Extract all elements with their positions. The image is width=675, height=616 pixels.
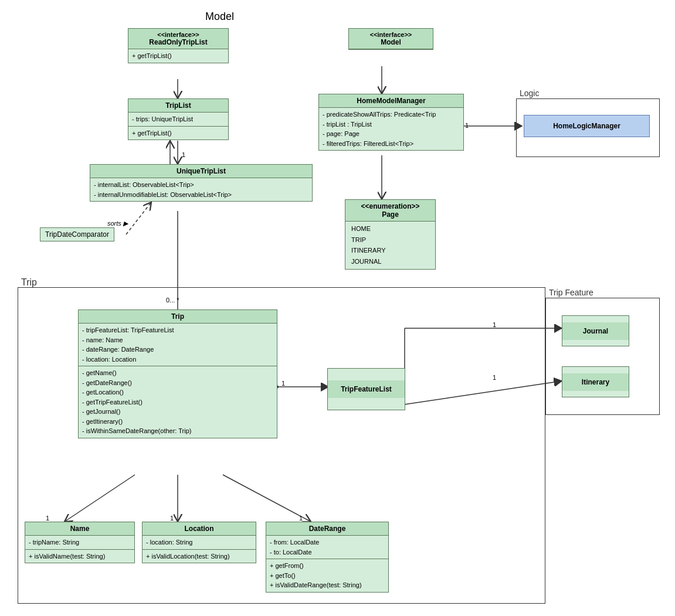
page-enum-values: HOME TRIP ITINERARY JOURNAL (345, 222, 435, 269)
unique-triplist-box: UniqueTripList - internalList: Observabl… (90, 164, 313, 202)
mult-trip-name-1: 1 (46, 515, 49, 522)
mult-tfl-itinerary-1: 1 (493, 374, 496, 381)
name-attrs: - tripName: String (25, 536, 134, 550)
name-box: Name - tripName: String + isValidName(te… (25, 522, 135, 563)
mult-triplist-1: 1 (182, 151, 185, 158)
model-title: Model (205, 11, 234, 23)
home-model-manager-attrs: - predicateShowAllTrips: Predicate<Trip … (319, 108, 463, 150)
home-model-manager-title: HomeModelManager (319, 94, 463, 108)
mult-zero-many: 0... * (166, 297, 179, 304)
model-interface-title: <<interface>> Model (349, 29, 433, 49)
journal-title: Journal (562, 322, 629, 340)
location-methods: + isValidLocation(test: String) (143, 550, 256, 563)
daterange-methods: + getFrom() + getTo() + isValidDateRange… (266, 559, 388, 592)
name-title: Name (25, 522, 134, 536)
trip-date-comparator-box: TripDateComparator (40, 227, 114, 241)
mult-trip-daterange-1: 1 (299, 515, 303, 522)
location-box: Location - location: String + isValidLoc… (142, 522, 256, 563)
trip-feature-list-title: TripFeatureList (328, 380, 405, 398)
triplist-title: TripList (128, 99, 228, 113)
unique-triplist-title: UniqueTripList (90, 165, 312, 178)
mult-trip-tfl-1: 1 (281, 380, 285, 387)
home-logic-manager-box: HomeLogicManager (524, 115, 650, 137)
trip-box: Trip - tripFeatureList: TripFeatureList … (78, 309, 277, 438)
daterange-attrs: - from: LocalDate - to: LocalDate (266, 536, 388, 559)
readonly-triplist-methods: + getTripList() (128, 49, 228, 63)
sorts-label: sorts ▶ (107, 220, 128, 227)
itinerary-title: Itinerary (562, 373, 629, 391)
trip-title: Trip (79, 310, 277, 324)
triplist-attrs: - trips: UniqueTripList (128, 113, 228, 127)
mult-tfl-journal-1: 1 (493, 321, 496, 328)
mult-trip-location-1: 1 (170, 515, 174, 522)
trip-attrs: - tripFeatureList: TripFeatureList - nam… (79, 324, 277, 366)
page-enum-title: <<enumeration>> Page (345, 200, 435, 222)
mult-hmm-1: 1 (465, 122, 469, 129)
trip-feature-list-box: TripFeatureList (327, 368, 405, 410)
daterange-title: DateRange (266, 522, 388, 536)
page-enum-box: <<enumeration>> Page HOME TRIP ITINERARY… (345, 199, 436, 270)
readonly-triplist-box: <<interface>> ReadOnlyTripList + getTrip… (128, 28, 229, 63)
triplist-box: TripList - trips: UniqueTripList + getTr… (128, 98, 229, 140)
name-methods: + isValidName(test: String) (25, 550, 134, 563)
svg-line-11 (126, 202, 151, 234)
triplist-methods: + getTripList() (128, 127, 228, 140)
unique-triplist-attrs: - internalList: ObservableList<Trip> - i… (90, 178, 312, 201)
home-model-manager-box: HomeModelManager - predicateShowAllTrips… (318, 94, 464, 151)
model-interface-box: <<interface>> Model (348, 28, 433, 50)
daterange-box: DateRange - from: LocalDate - to: LocalD… (266, 522, 389, 593)
location-title: Location (143, 522, 256, 536)
trip-methods: - getName() - getDateRange() - getLocati… (79, 366, 277, 438)
journal-box: Journal (562, 315, 629, 346)
itinerary-box: Itinerary (562, 366, 629, 397)
location-attrs: - location: String (143, 536, 256, 550)
readonly-triplist-title: <<interface>> ReadOnlyTripList (128, 29, 228, 49)
diagram-container: Model <<interface>> ReadOnlyTripList + g… (0, 0, 675, 616)
